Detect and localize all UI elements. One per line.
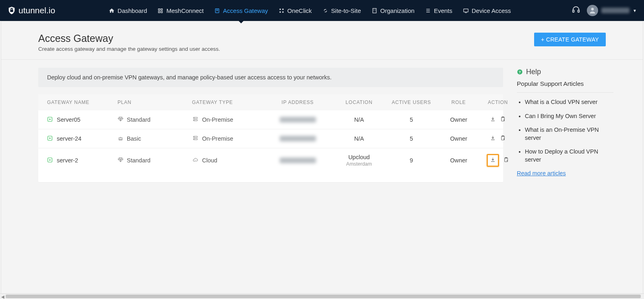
help-article-link[interactable]: Can I Bring My Own Server [525,112,613,120]
svg-rect-7 [373,8,376,12]
svg-rect-6 [282,11,283,12]
nav-events-label: Events [434,7,452,14]
col-gateway-name: GATEWAY NAME [47,100,118,105]
location-label: N/A [331,116,387,123]
col-action: ACTION [482,100,514,105]
type-label: Cloud [202,157,217,164]
nav-access-gateway[interactable]: Access Gateway [209,0,273,21]
col-ip-address: IP ADDRESS [264,100,331,105]
scroll-left-arrow-icon[interactable]: ◀ [1,295,4,299]
help-sidebar: ? Help Popular Support Articles What is … [517,68,625,182]
avatar-icon [587,5,598,16]
top-navbar: utunnel.io Dashboard MeshConnect Access … [0,0,644,21]
lock-shield-icon [7,6,16,15]
nav-site-to-site[interactable]: Site-to-Site [317,0,366,21]
gateway-table: GATEWAY NAME PLAN GATEWAY TYPE IP ADDRES… [38,94,503,182]
clipboard-icon[interactable] [503,157,509,164]
home-icon [109,8,115,14]
table-row[interactable]: Server05StandardOn-PremiseN/A5Owner [38,110,503,129]
col-plan: PLAN [118,100,192,105]
type-icon [192,157,199,164]
role-value: Owner [436,116,482,123]
role-value: Owner [436,157,482,164]
type-label: On-Premise [202,135,233,142]
table-row[interactable]: server-2StandardCloudUpcloudAmsterdam9Ow… [38,148,503,172]
page-title: Access Gateway [38,33,220,44]
plan-icon [118,157,124,164]
plan-label: Basic [127,135,141,142]
nav-oneclick[interactable]: OneClick [273,0,317,21]
brand-text: utunnel.io [19,6,55,15]
svg-point-30 [194,139,194,139]
active-users-value: 9 [387,157,436,164]
nav-meshconnect-label: MeshConnect [166,7,204,14]
plan-label: Standard [127,116,151,123]
nav-device-access[interactable]: Device Access [458,0,516,21]
svg-point-19 [591,8,594,10]
col-location: LOCATION [331,100,387,105]
help-subtitle: Popular Support Articles [517,80,613,93]
active-users-value: 5 [387,116,436,123]
brand-logo[interactable]: utunnel.io [7,6,55,15]
svg-text:?: ? [519,70,521,74]
nav-organization[interactable]: Organization [366,0,420,21]
page-subtitle: Create access gateway and manage the gat… [38,46,220,52]
download-action-highlighted[interactable] [487,154,499,167]
gateway-name: Server05 [57,116,80,123]
grid-icon [279,8,285,14]
col-active-users: ACTIVE USERS [387,100,436,105]
user-menu[interactable]: ▼ [587,5,637,16]
nav-device-access-label: Device Access [472,7,511,14]
table-header-row: GATEWAY NAME PLAN GATEWAY TYPE IP ADDRES… [38,94,503,110]
scrollbar-thumb[interactable] [6,295,641,298]
svg-rect-17 [573,10,574,12]
ip-redacted [280,136,316,141]
gateway-name: server-2 [57,157,78,164]
help-article-link[interactable]: How to Deploy a Cloud VPN server [525,148,613,164]
role-value: Owner [436,135,482,142]
download-icon[interactable] [490,135,496,142]
col-gateway-type: GATEWAY TYPE [192,100,264,105]
create-gateway-button[interactable]: + CREATE GATEWAY [534,33,606,46]
svg-rect-9 [375,9,376,9]
horizontal-scrollbar[interactable]: ◀ [0,293,644,299]
location-label: N/A [331,135,387,142]
svg-rect-4 [282,8,283,10]
download-icon[interactable] [490,116,496,123]
nav-oneclick-label: OneClick [287,7,312,14]
nav-site-to-site-label: Site-to-Site [331,7,361,14]
building-icon [372,8,378,14]
type-label: On-Premise [202,116,233,123]
nav-organization-label: Organization [380,7,415,14]
nav-events[interactable]: Events [420,0,458,21]
caret-down-icon: ▼ [633,8,637,13]
ip-redacted [280,117,316,123]
mesh-icon [157,8,163,14]
svg-rect-10 [374,10,374,10]
info-banner: Deploy cloud and on-premise VPN gateways… [38,68,503,87]
nav-access-gateway-label: Access Gateway [223,7,268,14]
nav-dashboard[interactable]: Dashboard [103,0,152,21]
nav-meshconnect[interactable]: MeshConnect [152,0,209,21]
plan-icon [118,116,124,123]
svg-rect-15 [464,9,468,12]
svg-rect-5 [279,11,281,12]
help-article-link[interactable]: What is a Cloud VPN server [525,98,613,106]
svg-rect-18 [578,10,580,12]
help-article-link[interactable]: What is an On-Premise VPN server [525,126,613,142]
svg-rect-3 [279,8,281,10]
help-title: ? Help [517,68,613,76]
svg-rect-11 [375,10,376,10]
col-role: ROLE [436,100,482,105]
read-more-link[interactable]: Read more articles [517,170,566,176]
table-row[interactable]: server-24BasicOn-PremiseN/A5Owner [38,129,503,148]
clipboard-icon[interactable] [500,116,506,123]
support-icon[interactable] [572,5,580,16]
location-sublabel: Amsterdam [331,161,387,167]
clipboard-icon[interactable] [500,135,506,142]
download-icon [490,157,496,164]
plan-icon [118,135,124,142]
play-status-icon [47,116,53,123]
question-circle-icon: ? [517,69,523,75]
list-icon [425,8,431,14]
